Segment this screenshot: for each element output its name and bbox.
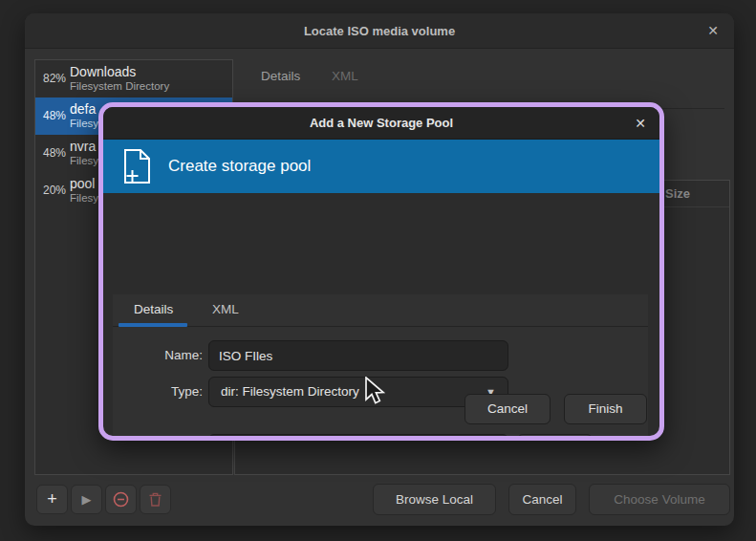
size-column-header[interactable]: Size [665, 186, 690, 201]
pool-name: pool [70, 176, 95, 191]
pool-type: Filesy [70, 155, 98, 166]
dialog-active-tab-underline [119, 323, 187, 327]
pool-usage-percent: 48% [35, 97, 66, 135]
dialog-title: Add a New Storage Pool [103, 107, 659, 140]
window-titlebar: Locate ISO media volume [25, 13, 734, 49]
banner-label: Create storage pool [168, 157, 311, 176]
target-path-input[interactable] [208, 434, 508, 441]
type-dropdown[interactable]: dir: Filesystem Directory ▼ [208, 377, 508, 407]
add-storage-pool-dialog: Add a New Storage Pool ✕ Create storage … [98, 102, 664, 441]
dialog-tab-xml[interactable]: XML [212, 302, 239, 316]
tab-xml[interactable]: XML [332, 69, 358, 83]
dialog-cancel-button[interactable]: Cancel [464, 394, 551, 424]
dialog-finish-button[interactable]: Finish [564, 394, 647, 424]
browse-local-button[interactable]: Browse Local [373, 484, 496, 515]
type-dropdown-value: dir: Filesystem Directory [221, 384, 359, 399]
dialog-close-icon[interactable]: ✕ [635, 107, 646, 140]
pool-list-item[interactable]: 82%DownloadsFilesystem Directory [35, 60, 232, 97]
browse-button[interactable]: Browse [517, 434, 593, 441]
type-label: Type: [113, 377, 203, 407]
target-path-label: Target Path: [113, 434, 203, 441]
play-icon: ▶ [82, 492, 92, 507]
name-input[interactable] [208, 340, 508, 371]
start-pool-button[interactable]: ▶ [71, 485, 102, 514]
pool-type: Filesystem Directory [70, 80, 169, 92]
tab-details[interactable]: Details [261, 69, 300, 83]
pool-usage-percent: 20% [35, 172, 66, 209]
dialog-tabstrip: Details XML [113, 294, 648, 327]
trash-icon [148, 492, 162, 508]
create-storage-pool-banner: Create storage pool [103, 140, 659, 193]
pool-type: Filesy [70, 118, 98, 129]
pool-usage-percent: 48% [35, 135, 66, 172]
window-cancel-button[interactable]: Cancel [508, 484, 576, 515]
new-file-icon [120, 147, 153, 185]
window-title: Locate ISO media volume [25, 13, 734, 49]
choose-volume-button: Choose Volume [589, 484, 730, 515]
pool-name: Downloads [70, 64, 136, 79]
name-label: Name: [113, 340, 203, 371]
pool-type: Filesy [70, 192, 98, 204]
dialog-titlebar: Add a New Storage Pool [103, 107, 659, 140]
pool-name: nvra [70, 139, 96, 154]
add-pool-button[interactable]: + [36, 485, 68, 514]
pool-usage-percent: 82% [35, 60, 66, 97]
window-close-icon[interactable]: ✕ [707, 13, 719, 49]
stop-pool-button[interactable] [105, 485, 137, 514]
pool-name: defa [70, 101, 96, 117]
dialog-tab-details[interactable]: Details [134, 302, 173, 316]
delete-pool-button[interactable] [140, 485, 171, 514]
circle-minus-icon [113, 491, 129, 508]
plus-icon: + [47, 489, 57, 509]
